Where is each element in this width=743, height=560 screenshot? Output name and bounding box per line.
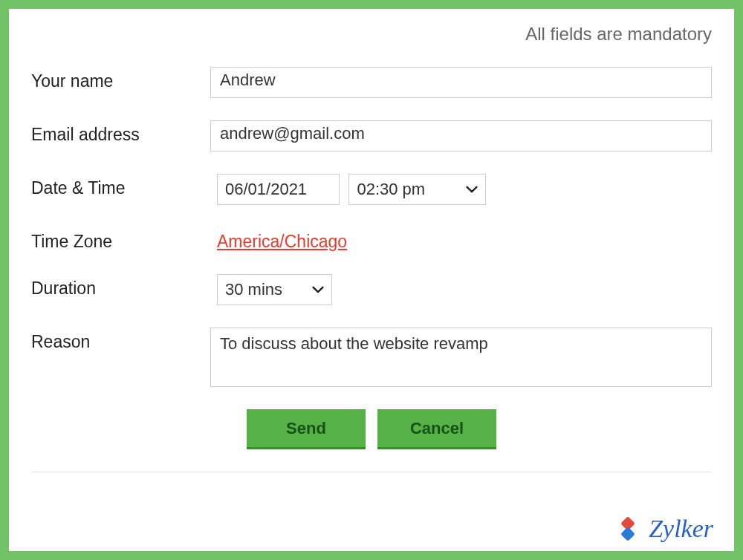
input-name[interactable]: Andrew: [210, 67, 712, 98]
row-timezone: Time Zone America/Chicago: [31, 227, 712, 252]
label-reason: Reason: [31, 328, 210, 352]
label-datetime: Date & Time: [31, 174, 217, 198]
label-email: Email address: [31, 120, 210, 145]
row-email: Email address andrew@gmail.com: [31, 120, 712, 152]
label-duration: Duration: [31, 274, 217, 299]
svg-rect-1: [620, 527, 635, 541]
input-date[interactable]: 06/01/2021: [217, 174, 340, 205]
logo-icon: [613, 514, 643, 544]
row-duration: Duration 30 mins: [31, 274, 712, 305]
label-name: Your name: [31, 67, 210, 91]
label-timezone: Time Zone: [31, 227, 217, 252]
button-row: Send Cancel: [247, 409, 712, 449]
mandatory-note: All fields are mandatory: [31, 24, 712, 45]
input-reason[interactable]: To discuss about the website revamp: [210, 328, 712, 387]
time-value: 02:30 pm: [357, 180, 460, 199]
duration-value: 30 mins: [225, 280, 306, 299]
chevron-down-icon: [312, 284, 324, 296]
timezone-link[interactable]: America/Chicago: [217, 227, 347, 252]
send-button[interactable]: Send: [247, 409, 366, 449]
form-container: All fields are mandatory Your name Andre…: [0, 0, 743, 560]
select-duration[interactable]: 30 mins: [217, 274, 332, 305]
row-datetime: Date & Time 06/01/2021 02:30 pm: [31, 174, 712, 205]
row-name: Your name Andrew: [31, 67, 712, 98]
brand-logo: Zylker: [613, 514, 713, 544]
divider: [31, 472, 712, 472]
input-email[interactable]: andrew@gmail.com: [210, 120, 712, 152]
cancel-button[interactable]: Cancel: [377, 409, 496, 449]
select-time[interactable]: 02:30 pm: [348, 174, 486, 205]
logo-text: Zylker: [649, 515, 713, 543]
chevron-down-icon: [466, 183, 478, 195]
date-value: 06/01/2021: [225, 180, 307, 199]
row-reason: Reason To discuss about the website reva…: [31, 328, 712, 387]
